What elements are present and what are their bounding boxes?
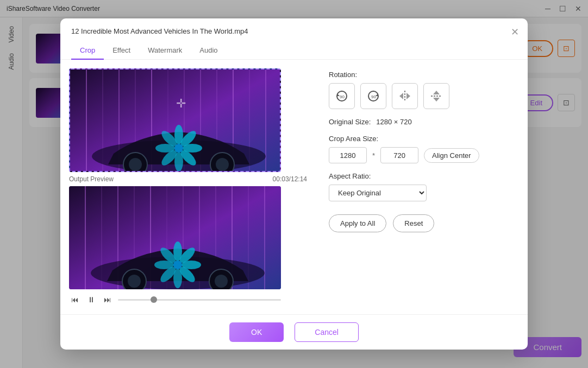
svg-point-26 <box>174 144 183 153</box>
modal-tabs: Crop Effect Watermark Audio <box>71 42 517 59</box>
output-preview <box>69 186 281 289</box>
modal-body: ✛ Output Preview 00:03/12:14 <box>60 60 528 314</box>
align-center-button[interactable]: Align Center <box>424 148 479 163</box>
flip-v-icon <box>429 89 443 103</box>
modal-footer: OK Cancel <box>60 314 528 350</box>
playback-controls: ⏮ ⏸ ⏭ <box>69 289 281 306</box>
flip-horizontal-button[interactable] <box>392 83 418 109</box>
rotation-buttons: 90 90 <box>329 83 515 109</box>
svg-text:90: 90 <box>340 94 345 99</box>
preview-panel: ✛ Output Preview 00:03/12:14 <box>60 60 316 314</box>
rewind-button[interactable]: ⏮ <box>69 294 81 306</box>
rotate-right-button[interactable]: 90 <box>360 83 386 109</box>
flip-vertical-button[interactable] <box>423 83 449 109</box>
crop-separator: * <box>372 151 375 160</box>
timestamp-label: 00:03/12:14 <box>273 175 307 183</box>
aspect-ratio-label: Aspect Ratio: <box>329 172 515 180</box>
forward-button[interactable]: ⏭ <box>102 294 114 306</box>
svg-point-43 <box>128 275 141 288</box>
svg-marker-64 <box>433 98 440 101</box>
crop-height-input[interactable] <box>380 147 418 163</box>
modal-overlay: 12 Incredible Most Advanced Vehicles In … <box>0 0 588 368</box>
pause-button[interactable]: ⏸ <box>85 294 97 306</box>
rotate-left-icon: 90 <box>335 89 349 103</box>
flip-h-icon <box>398 89 412 103</box>
original-size-value: 1280 × 720 <box>376 118 411 126</box>
rotation-label: Rotation: <box>329 71 515 79</box>
reset-button[interactable]: Reset <box>393 214 434 232</box>
crop-width-input[interactable] <box>329 147 367 163</box>
tab-crop[interactable]: Crop <box>71 42 104 60</box>
progress-thumb[interactable] <box>151 296 157 303</box>
rotation-control: Rotation: 90 <box>329 71 515 109</box>
preview-car-svg: ✛ <box>70 69 281 172</box>
aspect-ratio-select[interactable]: Keep Original 16:9 4:3 1:1 9:16 <box>329 185 427 201</box>
aspect-ratio-control: Aspect Ratio: Keep Original 16:9 4:3 1:1… <box>329 172 515 201</box>
output-preview-svg <box>69 186 281 289</box>
svg-text:✛: ✛ <box>176 97 186 110</box>
crop-inputs-row: * Align Center <box>329 147 515 163</box>
progress-bar[interactable] <box>118 299 281 301</box>
original-size-row: Original Size: 1280 × 720 <box>329 118 515 126</box>
rotate-right-icon: 90 <box>366 89 380 103</box>
modal-dialog: 12 Incredible Most Advanced Vehicles In … <box>60 18 528 350</box>
modal-title: 12 Incredible Most Advanced Vehicles In … <box>71 27 517 35</box>
crop-area-label: Crop Area Size: <box>329 135 515 143</box>
apply-to-all-button[interactable]: Apply to All <box>329 214 386 232</box>
svg-text:90: 90 <box>371 94 376 99</box>
svg-point-54 <box>173 261 182 269</box>
modal-close-button[interactable]: ✕ <box>511 26 519 38</box>
svg-point-45 <box>215 275 228 288</box>
svg-point-15 <box>129 158 142 171</box>
svg-marker-60 <box>399 93 403 99</box>
output-preview-label: Output Preview <box>69 175 114 183</box>
input-preview: ✛ <box>69 68 281 172</box>
original-size-label: Original Size: <box>329 118 371 126</box>
tab-watermark[interactable]: Watermark <box>139 42 191 60</box>
svg-point-17 <box>216 158 229 171</box>
rotate-left-button[interactable]: 90 <box>329 83 355 109</box>
svg-marker-63 <box>433 91 440 94</box>
modal-header: 12 Incredible Most Advanced Vehicles In … <box>60 18 528 60</box>
tab-effect[interactable]: Effect <box>104 42 139 60</box>
ok-button[interactable]: OK <box>229 322 284 342</box>
crop-area-control: Crop Area Size: * Align Center <box>329 135 515 163</box>
apply-reset-row: Apply to All Reset <box>329 214 515 232</box>
controls-panel: Rotation: 90 <box>316 60 528 314</box>
svg-marker-61 <box>406 93 410 99</box>
preview-label-row: Output Preview 00:03/12:14 <box>69 172 307 186</box>
cancel-button[interactable]: Cancel <box>295 322 359 342</box>
tab-audio[interactable]: Audio <box>191 42 226 60</box>
